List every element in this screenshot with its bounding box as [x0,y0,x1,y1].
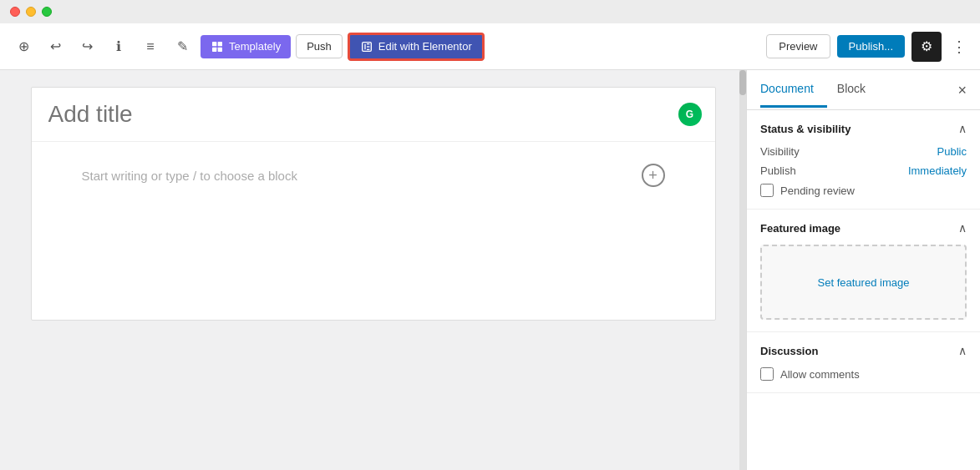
status-section-header[interactable]: Status & visibility ∧ [760,122,967,135]
sidebar-header: Document Block × [747,70,980,110]
scroll-thumb [739,70,746,95]
visibility-label: Visibility [760,145,800,158]
gear-icon: ⚙ [921,38,932,54]
editor-area: G Start writing or type / to choose a bl… [0,70,746,470]
discussion-section: Discussion ∧ Allow comments [747,332,980,393]
sidebar-tabs: Document Block [760,72,889,108]
publish-row: Publish Immediately [760,164,967,177]
publish-label-text: Publish [760,164,796,177]
main-layout: G Start writing or type / to choose a bl… [0,70,980,470]
svg-rect-3 [218,47,222,51]
pencil-icon: ✎ [177,38,188,54]
more-options-button[interactable]: ⋮ [948,34,970,59]
set-featured-image-label: Set featured image [818,276,910,289]
editor-content: G Start writing or type / to choose a bl… [31,87,716,321]
preview-label: Preview [779,40,817,53]
sidebar: Document Block × Status & visibility ∧ V… [746,70,980,470]
add-block-inline-button[interactable]: + [642,164,665,187]
push-button[interactable]: Push [296,34,343,58]
maximize-traffic-light[interactable] [42,7,52,17]
toolbar: ⊕ ↩ ↪ ℹ ≡ ✎ Templately Push Edit with El… [0,23,980,70]
info-icon: ℹ [116,38,121,54]
scroll-indicator [739,70,746,470]
body-placeholder: Start writing or type / to choose a bloc… [82,169,297,183]
tab-document[interactable]: Document [760,72,827,108]
templately-button[interactable]: Templately [201,35,291,58]
info-button[interactable]: ℹ [105,33,132,60]
visibility-row: Visibility Public [760,145,967,158]
title-area: G [32,88,715,142]
undo-icon: ↩ [50,38,61,54]
undo-button[interactable]: ↩ [42,33,69,60]
featured-image-chevron-icon: ∧ [958,221,967,235]
list-view-button[interactable]: ≡ [137,33,164,60]
pending-review-checkbox[interactable] [760,184,774,197]
allow-comments-row: Allow comments [760,367,967,381]
list-icon: ≡ [146,39,154,54]
templately-icon [211,40,224,53]
templately-label: Templately [229,40,281,53]
close-icon: × [957,82,967,99]
allow-comments-checkbox[interactable] [760,367,774,381]
elementor-label: Edit with Elementor [378,40,472,53]
publish-button[interactable]: Publish... [837,35,905,58]
discussion-section-header[interactable]: Discussion ∧ [760,344,967,357]
pending-review-row: Pending review [760,184,967,197]
svg-rect-0 [212,42,216,46]
ellipsis-icon: ⋮ [952,38,967,55]
publish-value[interactable]: Immediately [908,164,967,177]
discussion-section-title: Discussion [760,345,818,357]
toolbar-right: Preview Publish... ⚙ ⋮ [766,32,970,62]
set-featured-image-button[interactable]: Set featured image [760,245,967,320]
edit-button[interactable]: ✎ [169,33,195,60]
visibility-value[interactable]: Public [937,145,967,158]
push-label: Push [307,40,332,53]
discussion-chevron-icon: ∧ [958,344,967,357]
add-icon: ⊕ [18,38,29,54]
status-chevron-icon: ∧ [958,122,967,135]
grammarly-icon: G [678,103,702,126]
status-visibility-section: Status & visibility ∧ Visibility Public … [747,110,980,210]
add-block-toolbar-button[interactable]: ⊕ [10,33,37,60]
minimize-traffic-light[interactable] [26,7,36,17]
svg-rect-1 [218,42,222,46]
plus-icon: + [648,168,658,183]
featured-image-title: Featured image [760,222,840,235]
featured-image-header[interactable]: Featured image ∧ [760,221,967,235]
pending-review-label: Pending review [780,184,855,197]
redo-icon: ↪ [82,38,93,54]
title-input[interactable] [48,101,698,128]
titlebar [0,0,980,23]
writing-area: Start writing or type / to choose a bloc… [32,142,715,209]
edit-with-elementor-button[interactable]: Edit with Elementor [348,33,485,61]
close-traffic-light[interactable] [10,7,20,17]
tab-block[interactable]: Block [837,72,879,108]
toolbar-left: ⊕ ↩ ↪ ℹ ≡ ✎ Templately Push Edit with El… [10,33,761,61]
status-section-title: Status & visibility [760,123,851,135]
publish-label: Publish... [849,40,893,53]
redo-button[interactable]: ↪ [74,33,100,60]
svg-rect-2 [212,47,216,51]
preview-button[interactable]: Preview [766,34,830,58]
sidebar-close-button[interactable]: × [957,83,967,98]
elementor-icon [360,40,373,53]
featured-image-section: Featured image ∧ Set featured image [747,210,980,332]
allow-comments-label: Allow comments [780,368,860,381]
settings-button[interactable]: ⚙ [911,32,942,62]
